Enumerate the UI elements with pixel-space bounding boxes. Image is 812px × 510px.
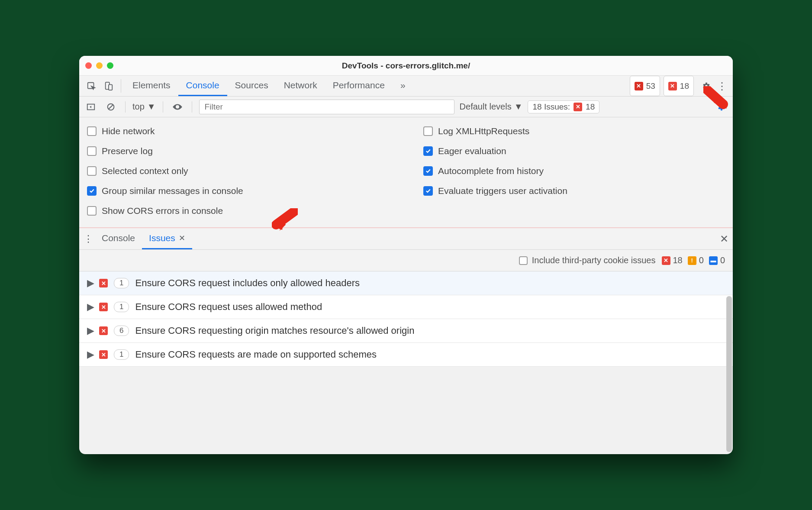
issue-title: Ensure CORS requesting origin matches re… [135,325,414,336]
drawer-menu-icon[interactable]: ⋮ [82,228,95,249]
inspect-element-icon[interactable] [83,76,100,96]
setting-show-cors[interactable]: Show CORS errors in console [87,206,389,216]
setting-label: Hide network [102,126,155,136]
expand-icon[interactable]: ▶ [87,325,93,336]
setting-label: Evaluate triggers user activation [438,186,567,196]
scrollbar[interactable] [726,296,732,452]
tab-label: Elements [132,80,171,90]
drawer-close-icon[interactable]: ✕ [715,228,733,249]
tab-label: Network [284,80,317,90]
gear-icon[interactable] [697,76,715,96]
error-count: 53 [646,81,655,91]
filter-input[interactable] [199,100,454,114]
setting-user-activation[interactable]: Evaluate triggers user activation [423,186,725,196]
close-tab-icon[interactable]: ✕ [179,233,185,243]
issue-count-pill: 6 [114,326,129,336]
context-selector[interactable]: top ▼ [132,102,156,112]
checkbox-label: Include third-party cookie issues [532,255,656,265]
checkbox-icon [423,166,433,176]
issue-row[interactable]: ▶ ✕ 1 Ensure CORS request uses allowed m… [79,295,733,319]
device-mode-icon[interactable] [100,76,117,96]
svg-rect-2 [109,84,112,90]
setting-eager-eval[interactable]: Eager evaluation [423,146,725,156]
setting-selected-context[interactable]: Selected context only [87,166,389,176]
console-settings: Hide network Preserve log Selected conte… [79,117,733,228]
checkbox-icon [87,206,97,216]
separator [192,101,192,113]
drawer-tab-console[interactable]: Console [95,228,142,249]
tab-label: Performance [333,80,385,90]
drawer-tab-issues[interactable]: Issues ✕ [142,228,192,249]
info-count[interactable]: ▬0 [709,255,725,265]
checkbox-icon [87,146,97,156]
setting-label: Autocomplete from history [438,166,544,176]
setting-label: Preserve log [102,146,153,156]
setting-log-xhr[interactable]: Log XMLHttpRequests [423,126,725,136]
error-count-badge[interactable]: ✕ 53 [630,76,660,96]
expand-icon[interactable]: ▶ [87,349,93,360]
console-toolbar: top ▼ Default levels ▼ 18 Issues: ✕ 18 [79,97,733,117]
warning-icon: ! [688,256,696,265]
issue-count-pill: 1 [114,349,129,360]
checkbox-icon [519,256,528,265]
chevron-down-icon: ▼ [147,102,156,112]
separator [125,101,126,113]
tab-sources[interactable]: Sources [227,76,276,96]
log-levels-dropdown[interactable]: Default levels ▼ [460,102,523,112]
tab-network[interactable]: Network [276,76,325,96]
expand-icon[interactable]: ▶ [87,301,93,313]
setting-hide-network[interactable]: Hide network [87,126,389,136]
context-label: top [132,102,145,112]
console-sidebar-toggle-icon[interactable] [84,100,98,113]
issues-count: 18 [586,102,595,112]
issues-label: 18 Issues: [532,102,570,112]
issues-pill[interactable]: 18 Issues: ✕ 18 [528,100,599,113]
checkbox-icon [87,186,97,196]
issue-row[interactable]: ▶ ✕ 1 Ensure CORS request includes only … [79,271,733,295]
separator [163,101,163,113]
feedback-count[interactable]: ✕18 [662,255,683,265]
live-expression-icon[interactable] [170,100,185,113]
feedback-icon: ✕ [99,350,108,359]
issue-title: Ensure CORS request uses allowed method [135,301,322,313]
setting-label: Selected context only [102,166,188,176]
chevron-down-icon: ▼ [514,102,523,112]
kebab-menu-icon[interactable]: ⋮ [715,76,729,96]
tab-elements[interactable]: Elements [125,76,178,96]
setting-label: Show CORS errors in console [102,206,223,216]
issue-title: Ensure CORS request includes only allowe… [135,278,360,289]
setting-autocomplete[interactable]: Autocomplete from history [423,166,725,176]
issue-row[interactable]: ▶ ✕ 6 Ensure CORS requesting origin matc… [79,319,733,343]
clear-console-icon[interactable] [103,100,118,113]
include-third-party[interactable]: Include third-party cookie issues [519,255,656,265]
setting-preserve-log[interactable]: Preserve log [87,146,389,156]
tab-label: Issues [149,233,175,243]
issue-row[interactable]: ▶ ✕ 1 Ensure CORS requests are made on s… [79,343,733,367]
warning-count[interactable]: !0 [688,255,704,265]
checkbox-icon [423,146,433,156]
feedback-icon: ✕ [662,256,670,265]
levels-label: Default levels [460,102,512,112]
feedback-icon: ✕ [574,103,582,111]
tab-console[interactable]: Console [178,76,227,96]
issues-header: Include third-party cookie issues ✕18 !0… [79,250,733,271]
issue-count-pill: 1 [114,278,129,288]
feedback-icon: ✕ [99,303,108,311]
checkbox-icon [423,186,433,196]
feedback-count: 18 [680,81,689,91]
devtools-window: DevTools - cors-errors.glitch.me/ Elemen… [79,56,733,454]
titlebar: DevTools - cors-errors.glitch.me/ [79,56,733,76]
setting-group-similar[interactable]: Group similar messages in console [87,186,389,196]
tab-label: Console [102,233,135,243]
feedback-count-badge[interactable]: ✕ 18 [664,76,694,96]
tab-performance[interactable]: Performance [325,76,393,96]
issue-count-pill: 1 [114,302,129,312]
tab-label: Console [186,80,219,90]
feedback-icon: ✕ [99,326,108,335]
expand-icon[interactable]: ▶ [87,278,93,289]
checkbox-icon [87,166,97,176]
console-settings-gear-icon[interactable] [714,100,728,113]
error-icon: ✕ [635,82,643,90]
issue-counts: ✕18 !0 ▬0 [662,255,725,265]
tabs-overflow[interactable]: » [393,76,413,96]
